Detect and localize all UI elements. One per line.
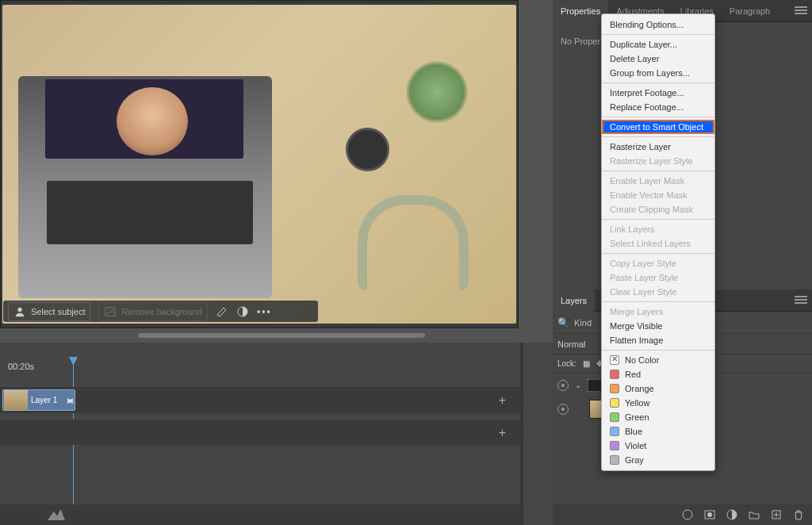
- timeline-ruler[interactable]: 00:20s: [0, 343, 520, 387]
- menu-item-select-linked-layers: Select Linked Layers: [602, 236, 714, 251]
- menu-separator: [602, 350, 714, 351]
- video-group-icon: [588, 379, 602, 392]
- swatch-icon: [610, 384, 619, 393]
- color-label-no-color[interactable]: No Color: [602, 353, 714, 367]
- layers-footer: [553, 504, 812, 525]
- swatch-icon: [610, 455, 619, 465]
- mask-icon[interactable]: [704, 509, 715, 520]
- lock-pixels-icon[interactable]: ▦: [583, 359, 590, 368]
- canvas-area[interactable]: [0, 0, 519, 328]
- transform-icon[interactable]: [216, 305, 228, 318]
- filter-kind-label[interactable]: Kind: [574, 318, 592, 328]
- select-subject-button[interactable]: Select subject: [8, 302, 90, 321]
- new-layer-icon[interactable]: [771, 509, 782, 520]
- panel-menu-button-layers[interactable]: [795, 296, 807, 304]
- menu-item-create-clipping-mask: Create Clipping Mask: [602, 202, 714, 217]
- color-label-blue[interactable]: Blue: [602, 424, 714, 439]
- adjustment-icon[interactable]: [236, 305, 249, 318]
- menu-item-rasterize-layer-style: Rasterize Layer Style: [602, 154, 714, 168]
- add-media-button-2[interactable]: +: [499, 426, 506, 440]
- menu-separator: [602, 253, 714, 254]
- clip-label: Layer 1: [31, 396, 57, 404]
- timeline-sidebar: [523, 343, 553, 525]
- menu-item-clear-layer-style: Clear Layer Style: [602, 285, 714, 299]
- menu-separator: [602, 171, 714, 171]
- menu-item-paste-layer-style: Paste Layer Style: [602, 270, 714, 285]
- blend-mode-select[interactable]: Normal: [557, 339, 585, 349]
- clip-trim-right-icon[interactable]: ▶: [67, 393, 73, 408]
- menu-item-group-from-layers[interactable]: Group from Layers...: [602, 66, 714, 80]
- menu-item-link-layers: Link Layers: [602, 222, 714, 236]
- tab-layers[interactable]: Layers: [553, 289, 595, 312]
- trash-icon[interactable]: [793, 509, 804, 520]
- zoom-mountain-icon[interactable]: [48, 509, 65, 520]
- laptop-screen: [45, 79, 243, 159]
- video-track-2[interactable]: +: [0, 419, 520, 445]
- folder-icon[interactable]: [749, 509, 760, 520]
- tab-properties[interactable]: Properties: [553, 0, 608, 22]
- menu-item-convert-to-smart-object[interactable]: Convert to Smart Object: [602, 120, 714, 134]
- color-label-violet[interactable]: Violet: [602, 439, 714, 453]
- menu-item-delete-layer[interactable]: Delete Layer: [602, 52, 714, 66]
- color-label-text: No Color: [625, 355, 659, 365]
- headphones-illustration: [358, 195, 469, 290]
- color-label-green[interactable]: Green: [602, 410, 714, 424]
- visibility-toggle-icon-2[interactable]: [557, 404, 569, 415]
- menu-item-replace-footage[interactable]: Replace Footage...: [602, 100, 714, 114]
- color-label-orange[interactable]: Orange: [602, 381, 714, 396]
- menu-separator: [602, 82, 714, 83]
- left-pane: Select subject Remove background ••• 00:…: [0, 0, 553, 525]
- menu-item-enable-vector-mask: Enable Vector Mask: [602, 188, 714, 202]
- menu-item-merge-visible[interactable]: Merge Visible: [602, 319, 714, 333]
- fx-icon[interactable]: [682, 509, 693, 520]
- video-track-1[interactable]: ◀ Layer 1 ▶ +: [0, 387, 520, 413]
- color-label-text: Green: [625, 412, 649, 422]
- svg-point-0: [17, 307, 21, 311]
- swatch-icon: [610, 398, 619, 408]
- panel-menu-button[interactable]: [795, 6, 807, 14]
- menu-separator: [602, 117, 714, 117]
- color-label-text: Orange: [625, 384, 654, 393]
- clip-layer1[interactable]: ◀ Layer 1 ▶: [2, 389, 75, 411]
- swatch-icon: [610, 427, 619, 436]
- swatch-icon: [610, 412, 619, 422]
- chevron-down-icon[interactable]: ⌄: [575, 381, 581, 389]
- menu-item-copy-layer-style: Copy Layer Style: [602, 256, 714, 270]
- cup-illustration: [346, 128, 389, 171]
- menu-separator: [602, 301, 714, 302]
- svg-point-5: [707, 512, 712, 517]
- menu-item-enable-layer-mask: Enable Layer Mask: [602, 174, 714, 188]
- image-icon: [104, 305, 117, 318]
- laptop-illustration: [18, 76, 272, 298]
- adjustment-layer-icon[interactable]: [726, 509, 737, 520]
- visibility-toggle-icon[interactable]: [557, 380, 569, 391]
- menu-item-duplicate-layer[interactable]: Duplicate Layer...: [602, 37, 714, 52]
- lock-label: Lock:: [557, 359, 576, 368]
- remove-background-button[interactable]: Remove background: [98, 302, 208, 321]
- add-media-button[interactable]: +: [499, 393, 506, 408]
- layer-context-menu: Blending Options...Duplicate Layer...Del…: [601, 13, 715, 471]
- time-indicator: 00:20s: [8, 362, 34, 371]
- color-label-yellow[interactable]: Yellow: [602, 396, 714, 410]
- color-label-text: Blue: [625, 427, 642, 436]
- menu-item-interpret-footage[interactable]: Interpret Footage...: [602, 86, 714, 100]
- laptop-keyboard: [47, 181, 253, 244]
- menu-separator: [602, 136, 714, 137]
- portrait-face: [117, 87, 188, 155]
- horizontal-scrollbar[interactable]: [0, 328, 553, 343]
- menu-item-rasterize-layer[interactable]: Rasterize Layer: [602, 140, 714, 154]
- menu-item-blending-options[interactable]: Blending Options...: [602, 17, 714, 32]
- swatch-icon: [610, 441, 619, 450]
- tab-paragraph[interactable]: Paragraph: [722, 0, 778, 22]
- menu-item-flatten-image[interactable]: Flatten Image: [602, 333, 714, 347]
- swatch-icon: [610, 355, 619, 365]
- timeline-footer: [0, 504, 520, 525]
- search-icon[interactable]: 🔍: [557, 317, 569, 328]
- scrollbar-thumb[interactable]: [138, 333, 425, 338]
- more-options-button[interactable]: •••: [257, 306, 272, 317]
- color-label-text: Yellow: [625, 398, 649, 408]
- swatch-icon: [610, 370, 619, 379]
- color-label-text: Gray: [625, 455, 644, 465]
- color-label-red[interactable]: Red: [602, 367, 714, 381]
- color-label-gray[interactable]: Gray: [602, 453, 714, 467]
